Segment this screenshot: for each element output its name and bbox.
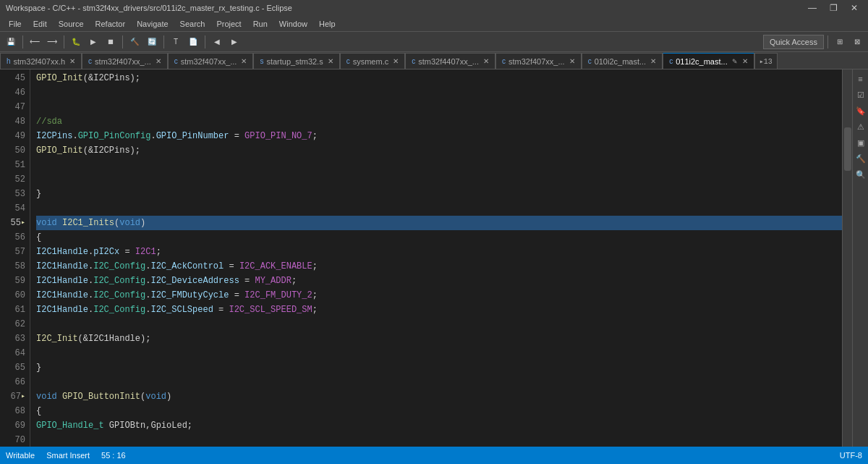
tab-close-4[interactable]: ✕: [393, 57, 399, 65]
menu-run[interactable]: Run: [247, 18, 273, 30]
toolbar-open-resource[interactable]: 📄: [185, 34, 201, 50]
code-editor[interactable]: GPIO_Init(&I2CPins); //sda I2CPins.GPIO_…: [30, 69, 842, 447]
tab-8-active[interactable]: c 011i2c_mast... ✎ ✕: [663, 53, 754, 69]
toolbar-build[interactable]: 🔨: [127, 34, 142, 50]
title-bar: Workspace - C/C++ - stm32f4xx_drivers/sr…: [0, 0, 868, 16]
toolbar-separator-4: [163, 35, 164, 48]
toolbar-next-edit[interactable]: ▶: [226, 34, 242, 50]
tab-label-7: 010i2c_mast...: [595, 57, 647, 66]
sidebar-build-icon[interactable]: 🔨: [854, 152, 867, 165]
tab-3[interactable]: s startup_stm32.s ✕: [253, 53, 339, 69]
toolbar-run[interactable]: ▶: [85, 34, 101, 50]
ln-50: 50: [0, 143, 25, 158]
tab-label-3: startup_stm32.s: [266, 57, 323, 66]
menu-project[interactable]: Project: [210, 18, 247, 30]
tab-label-2: stm32f407xx_...: [181, 57, 237, 66]
menu-help[interactable]: Help: [313, 18, 341, 30]
tab-close-8[interactable]: ✕: [742, 57, 748, 65]
toolbar-back[interactable]: ⟵: [27, 34, 43, 50]
code-line-70: [36, 433, 842, 447]
vertical-scrollbar[interactable]: [842, 69, 852, 447]
sidebar-search-icon[interactable]: 🔍: [854, 168, 867, 181]
maximize-button[interactable]: ❐: [825, 1, 842, 14]
menu-source[interactable]: Source: [53, 18, 90, 30]
ln-60: 60: [0, 288, 25, 303]
code-line-66: [36, 375, 842, 389]
toolbar-separator-5: [205, 35, 205, 48]
code-line-59: I2C1Handle.I2C_Config.I2C_DeviceAddress …: [36, 274, 842, 288]
tab-1[interactable]: c stm32f407xx_... ✕: [82, 53, 168, 69]
toolbar-debug[interactable]: 🐛: [68, 34, 84, 50]
tab-close-5[interactable]: ✕: [483, 57, 489, 65]
tab-close-2[interactable]: ✕: [241, 57, 247, 65]
sidebar-console-icon[interactable]: ▣: [854, 136, 867, 149]
close-button[interactable]: ✕: [846, 1, 862, 14]
ln-59: 59: [0, 274, 25, 288]
tab-pin-icon: ✎: [732, 58, 738, 65]
menu-bar: File Edit Source Refactor Navigate Searc…: [0, 16, 868, 32]
ln-46: 46: [0, 85, 25, 100]
toolbar-stop[interactable]: ⏹: [103, 34, 119, 50]
toolbar-prev-edit[interactable]: ◀: [209, 34, 225, 50]
tab-close-1[interactable]: ✕: [156, 57, 161, 65]
menu-edit[interactable]: Edit: [27, 18, 53, 30]
code-line-69: GPIO_Handle_t GPIOBtn,GpioLed;: [36, 418, 842, 433]
code-line-54: [36, 201, 842, 216]
tab-label-4: sysmem.c: [353, 57, 389, 66]
ln-69: 69: [0, 418, 25, 433]
sidebar-problems-icon[interactable]: ⚠: [854, 120, 867, 133]
scroll-thumb[interactable]: [844, 127, 851, 171]
ln-54: 54: [0, 201, 25, 216]
tab-2[interactable]: c stm32f407xx_... ✕: [168, 53, 254, 69]
sidebar-tasks-icon[interactable]: ☑: [854, 88, 867, 101]
status-encoding: UTF-8: [840, 451, 862, 460]
code-line-48: //sda: [36, 114, 842, 129]
tab-5[interactable]: c stm32f4407xx_... ✕: [405, 53, 495, 69]
tab-label-1: stm32f407xx_...: [95, 57, 151, 66]
ln-66: 66: [0, 375, 25, 389]
tab-overflow-button[interactable]: ▸13: [754, 53, 778, 69]
tab-icon-6: c: [502, 57, 506, 65]
menu-search[interactable]: Search: [174, 18, 211, 30]
toolbar-separator-2: [64, 35, 64, 48]
code-line-56: {: [36, 230, 842, 245]
ln-65: 65: [0, 360, 25, 375]
tab-7[interactable]: c 010i2c_mast... ✕: [582, 53, 663, 69]
tab-label-5: stm32f4407xx_...: [418, 57, 479, 66]
tab-4[interactable]: c sysmem.c ✕: [340, 53, 406, 69]
tab-icon-8: c: [669, 57, 673, 65]
minimize-button[interactable]: —: [804, 1, 821, 14]
tab-label-6: stm32f407xx_...: [509, 57, 565, 66]
sidebar-bookmarks-icon[interactable]: 🔖: [854, 104, 867, 117]
code-line-63: I2C_Init(&I2C1Handle);: [36, 332, 842, 346]
code-line-65: }: [36, 360, 842, 375]
ln-47: 47: [0, 100, 25, 114]
code-line-49: I2CPins.GPIO_PinConfig.GPIO_PinNumber = …: [36, 129, 842, 143]
tab-6[interactable]: c stm32f407xx_... ✕: [495, 53, 582, 69]
sidebar-outline-icon[interactable]: ≡: [854, 72, 867, 85]
toolbar-clean[interactable]: 🔄: [144, 34, 160, 50]
tab-close-7[interactable]: ✕: [650, 57, 656, 65]
code-line-68: {: [36, 404, 842, 418]
toolbar-perspective-1[interactable]: ⊞: [832, 34, 848, 50]
toolbar-open-type[interactable]: T: [168, 34, 184, 50]
toolbar-forward[interactable]: ⟶: [44, 34, 60, 50]
ln-52: 52: [0, 172, 25, 187]
toolbar-separator-1: [22, 35, 23, 48]
tab-close-3[interactable]: ✕: [328, 57, 333, 65]
menu-window[interactable]: Window: [273, 18, 313, 30]
menu-refactor[interactable]: Refactor: [90, 18, 132, 30]
tab-icon-1: c: [88, 57, 92, 65]
status-bar: Writable Smart Insert 55 : 16 UTF-8: [0, 447, 868, 464]
ln-70: 70: [0, 433, 25, 447]
tab-label-8: 011i2c_mast...: [676, 57, 728, 66]
tab-close-6[interactable]: ✕: [569, 57, 575, 65]
toolbar-save[interactable]: 💾: [3, 34, 19, 50]
menu-file[interactable]: File: [3, 18, 27, 30]
menu-navigate[interactable]: Navigate: [131, 18, 174, 30]
tab-stm32f407xx-h[interactable]: h stm32f407xx.h ✕: [0, 53, 82, 69]
quick-access-button[interactable]: Quick Access: [763, 35, 824, 49]
tab-icon-5: c: [412, 57, 415, 65]
toolbar-perspective-2[interactable]: ⊠: [849, 34, 865, 50]
tab-close-0[interactable]: ✕: [69, 57, 75, 65]
